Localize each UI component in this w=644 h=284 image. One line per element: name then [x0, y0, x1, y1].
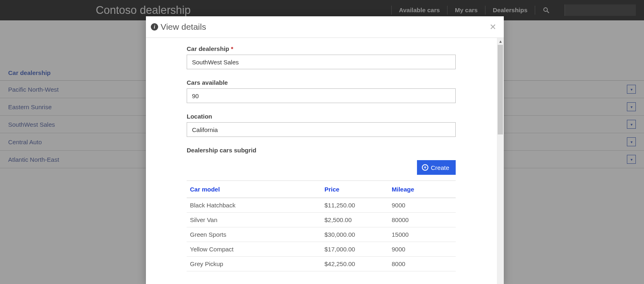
cars-available-input[interactable] — [187, 88, 456, 103]
plus-icon: + — [422, 164, 428, 171]
cell-price: $30,000.00 — [321, 227, 388, 242]
dealership-input[interactable] — [187, 55, 456, 69]
info-icon: i — [151, 23, 158, 31]
table-row[interactable]: Black Hatchback$11,250.009000 — [187, 198, 456, 213]
field-label-cars-available: Cars available — [187, 79, 497, 86]
cell-model: Green Sports — [187, 227, 321, 242]
cell-mileage: 80000 — [388, 213, 456, 227]
create-button-label: Create — [431, 164, 449, 171]
close-icon[interactable]: ✕ — [490, 23, 496, 31]
required-indicator: * — [231, 45, 233, 52]
cell-price: $42,250.00 — [321, 257, 388, 271]
field-label-dealership: Car dealership * — [187, 45, 497, 52]
col-model[interactable]: Car model — [187, 181, 321, 198]
cell-price: $2,500.00 — [321, 213, 388, 227]
table-row[interactable]: Yellow Compact$17,000.009000 — [187, 242, 456, 257]
table-row[interactable]: Silver Van$2,500.0080000 — [187, 213, 456, 227]
modal-header: i View details ✕ — [146, 16, 504, 38]
location-input[interactable] — [187, 122, 456, 137]
scroll-thumb[interactable] — [498, 45, 503, 134]
cell-mileage: 8000 — [388, 257, 456, 271]
create-button[interactable]: + Create — [417, 160, 456, 175]
modal-scrollbar[interactable]: ▲ ▼ — [497, 38, 504, 284]
cell-price: $11,250.00 — [321, 198, 388, 213]
col-price[interactable]: Price — [321, 181, 388, 198]
cars-subgrid-table: Car model Price Mileage Black Hatchback$… — [187, 181, 456, 271]
cell-mileage: 9000 — [388, 242, 456, 257]
cell-model: Yellow Compact — [187, 242, 321, 257]
cell-model: Black Hatchback — [187, 198, 321, 213]
field-label-location: Location — [187, 113, 497, 120]
modal-body: Car dealership * Cars available Location… — [146, 38, 497, 284]
view-details-modal: i View details ✕ Car dealership * Cars a… — [146, 16, 504, 284]
cell-price: $17,000.00 — [321, 242, 388, 257]
field-label-subgrid: Dealership cars subgrid — [187, 147, 497, 154]
modal-title: View details — [161, 22, 206, 32]
table-row[interactable]: Grey Pickup$42,250.008000 — [187, 257, 456, 271]
subgrid-toolbar: + Create — [187, 156, 456, 181]
cell-mileage: 15000 — [388, 227, 456, 242]
col-mileage[interactable]: Mileage — [388, 181, 456, 198]
cell-mileage: 9000 — [388, 198, 456, 213]
cell-model: Grey Pickup — [187, 257, 321, 271]
scroll-down-icon[interactable]: ▼ — [498, 278, 503, 283]
cell-model: Silver Van — [187, 213, 321, 227]
scroll-up-icon[interactable]: ▲ — [498, 39, 503, 44]
table-row[interactable]: Green Sports$30,000.0015000 — [187, 227, 456, 242]
